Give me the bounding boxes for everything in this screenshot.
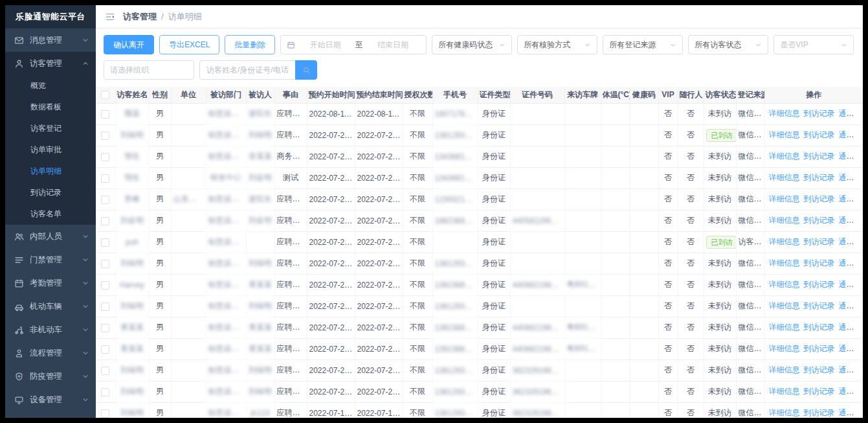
sidebar-item-devices[interactable]: 设备管理 bbox=[5, 388, 96, 411]
detail-info-link[interactable]: 详细信息 bbox=[769, 152, 800, 161]
row-checkbox[interactable] bbox=[101, 345, 109, 354]
row-checkbox[interactable] bbox=[101, 238, 109, 247]
detail-info-link[interactable]: 详细信息 bbox=[769, 408, 800, 417]
sidebar-item-staff[interactable]: 内部人员 bbox=[5, 225, 96, 248]
search-button[interactable] bbox=[295, 60, 317, 80]
pass-record-link[interactable]: 通行记录 bbox=[839, 258, 863, 268]
row-checkbox[interactable] bbox=[101, 409, 109, 418]
pass-record-link[interactable]: 通行记录 bbox=[839, 387, 863, 396]
cell-idNo: 440882198807191134 bbox=[510, 338, 564, 360]
sidebar-item-epidemic[interactable]: 防疫管理 bbox=[5, 365, 96, 388]
cell-temp bbox=[601, 231, 630, 253]
row-checkbox[interactable] bbox=[101, 153, 109, 161]
visit-record-link[interactable]: 到访记录 bbox=[804, 130, 835, 139]
pass-record-link[interactable]: 通行记录 bbox=[839, 216, 863, 225]
pass-record-link[interactable]: 通行记录 bbox=[839, 109, 863, 118]
detail-info-link[interactable]: 详细信息 bbox=[769, 258, 800, 268]
visit-record-link[interactable]: 到访记录 bbox=[804, 301, 835, 310]
sidebar-item-workflow[interactable]: 流程管理 bbox=[5, 341, 96, 365]
visit-record-link[interactable]: 到访记录 bbox=[804, 152, 835, 161]
detail-info-link[interactable]: 详细信息 bbox=[769, 323, 800, 332]
pass-record-link[interactable]: 通行记录 bbox=[839, 323, 863, 332]
confirm-leave-button[interactable]: 确认离开 bbox=[104, 35, 154, 54]
detail-info-link[interactable]: 详细信息 bbox=[769, 194, 800, 203]
visit-record-link[interactable]: 到访记录 bbox=[804, 216, 835, 225]
pass-record-link[interactable]: 通行记录 bbox=[839, 194, 863, 203]
pass-record-link[interactable]: 通行记录 bbox=[839, 365, 863, 374]
cell-source: 微信预约 bbox=[736, 338, 764, 360]
row-checkbox[interactable] bbox=[101, 110, 109, 119]
pass-record-link[interactable]: 通行记录 bbox=[839, 408, 863, 417]
sidebar-item-attendance[interactable]: 考勤管理 bbox=[5, 271, 96, 295]
end-date-placeholder[interactable]: 结束日期 bbox=[366, 40, 421, 51]
breadcrumb-parent[interactable]: 访客管理 bbox=[123, 11, 157, 23]
row-checkbox[interactable] bbox=[101, 196, 109, 204]
visit-record-link[interactable]: 到访记录 bbox=[804, 237, 835, 246]
filter-select-verify-method[interactable]: 所有核验方式 bbox=[517, 35, 597, 54]
org-select[interactable]: 请选择组织 bbox=[104, 60, 194, 80]
detail-info-link[interactable]: 详细信息 bbox=[769, 173, 800, 182]
row-checkbox[interactable] bbox=[101, 367, 109, 375]
sidebar-subitem-namelist[interactable]: 访客名单 bbox=[5, 203, 96, 225]
sidebar-subitem-records[interactable]: 到访记录 bbox=[5, 182, 96, 203]
sidebar-subitem-register[interactable]: 访客登记 bbox=[5, 118, 96, 139]
status-badge: 未到访 bbox=[708, 258, 731, 268]
row-checkbox[interactable] bbox=[101, 217, 109, 225]
sidebar-subitem-dashboard[interactable]: 数据看板 bbox=[5, 97, 96, 118]
detail-info-link[interactable]: 详细信息 bbox=[769, 365, 800, 374]
select-all-checkbox[interactable] bbox=[101, 91, 109, 99]
detail-info-link[interactable]: 详细信息 bbox=[769, 344, 800, 353]
detail-info-link[interactable]: 详细信息 bbox=[769, 109, 800, 118]
detail-info-link[interactable]: 详细信息 bbox=[769, 280, 800, 289]
row-checkbox[interactable] bbox=[101, 260, 109, 268]
sidebar-subitem-overview[interactable]: 概览 bbox=[5, 75, 96, 97]
row-checkbox[interactable] bbox=[101, 281, 109, 290]
visit-record-link[interactable]: 到访记录 bbox=[804, 387, 835, 396]
sidebar-item-non-motor[interactable]: 非机动车 bbox=[5, 318, 96, 341]
export-excel-button[interactable]: 导出EXCEL bbox=[159, 35, 219, 54]
row-checkbox[interactable] bbox=[101, 303, 109, 311]
batch-delete-button[interactable]: 批量删除 bbox=[225, 35, 275, 54]
pass-record-link[interactable]: 通行记录 bbox=[839, 130, 863, 139]
detail-info-link[interactable]: 详细信息 bbox=[769, 301, 800, 310]
visit-record-link[interactable]: 到访记录 bbox=[804, 173, 835, 182]
visit-record-link[interactable]: 到访记录 bbox=[804, 344, 835, 353]
filter-select-visitor-status[interactable]: 所有访客状态 bbox=[688, 35, 768, 54]
pass-record-link[interactable]: 通行记录 bbox=[839, 237, 863, 246]
pass-record-link[interactable]: 通行记录 bbox=[839, 173, 863, 182]
pass-record-link[interactable]: 通行记录 bbox=[839, 152, 863, 161]
filter-select-health-code-status[interactable]: 所有健康码状态 bbox=[432, 35, 512, 54]
row-checkbox[interactable] bbox=[101, 324, 109, 332]
sidebar-subitem-approval[interactable]: 访单审批 bbox=[5, 139, 96, 161]
visit-record-link[interactable]: 到访记录 bbox=[804, 408, 835, 417]
sidebar-item-access[interactable]: 门禁管理 bbox=[5, 248, 96, 271]
row-checkbox[interactable] bbox=[101, 388, 109, 396]
sidebar-item-messages[interactable]: 消息管理 bbox=[5, 29, 96, 52]
cell-op: 详细信息到访记录通行记录 bbox=[764, 124, 863, 146]
filter-select-register-source[interactable]: 所有登记来源 bbox=[603, 35, 683, 54]
sidebar-item-vehicles[interactable]: 机动车辆 bbox=[5, 295, 96, 318]
pass-record-link[interactable]: 通行记录 bbox=[839, 280, 863, 289]
filter-select-is-vip[interactable]: 是否VIP bbox=[773, 35, 854, 54]
sidebar-item-visitors[interactable]: 访客管理 bbox=[5, 52, 96, 75]
pass-record-link[interactable]: 通行记录 bbox=[839, 344, 863, 353]
pass-record-link[interactable]: 通行记录 bbox=[839, 301, 863, 310]
cell-vip: 否 bbox=[658, 338, 678, 360]
visit-record-link[interactable]: 到访记录 bbox=[804, 194, 835, 203]
collapse-menu-icon[interactable] bbox=[105, 12, 115, 22]
row-checkbox[interactable] bbox=[101, 131, 109, 140]
search-input[interactable] bbox=[199, 60, 295, 80]
visit-record-link[interactable]: 到访记录 bbox=[804, 109, 835, 118]
visit-record-link[interactable]: 到访记录 bbox=[804, 365, 835, 374]
date-range-picker[interactable]: 开始日期 至 结束日期 bbox=[280, 35, 427, 54]
detail-info-link[interactable]: 详细信息 bbox=[769, 130, 800, 139]
sidebar-subitem-detail[interactable]: 访单明细 bbox=[5, 161, 96, 182]
visit-record-link[interactable]: 到访记录 bbox=[804, 323, 835, 332]
detail-info-link[interactable]: 详细信息 bbox=[769, 216, 800, 225]
visit-record-link[interactable]: 到访记录 bbox=[804, 258, 835, 268]
detail-info-link[interactable]: 详细信息 bbox=[769, 237, 800, 246]
start-date-placeholder[interactable]: 开始日期 bbox=[298, 40, 353, 51]
detail-info-link[interactable]: 详细信息 bbox=[769, 387, 800, 396]
visit-record-link[interactable]: 到访记录 bbox=[804, 280, 835, 289]
row-checkbox[interactable] bbox=[101, 174, 109, 183]
